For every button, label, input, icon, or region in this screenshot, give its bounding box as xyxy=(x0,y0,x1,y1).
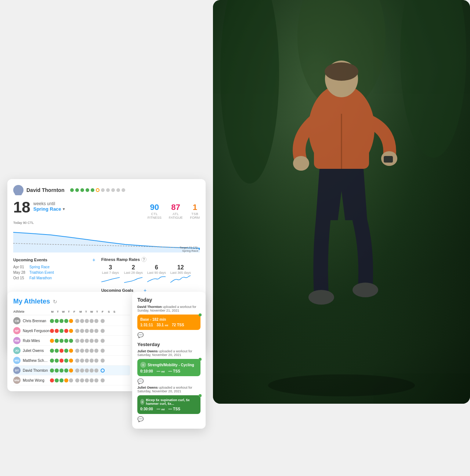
dot-w1-3 xyxy=(64,359,68,363)
dot-w2-3 xyxy=(90,359,94,363)
event-item-3: Oct 15 Fall Marathon xyxy=(13,276,95,280)
activity-card-1-wrapper: Base - 182 min 1:31:11 33.1 mi 72 TSS xyxy=(137,315,200,330)
svg-point-12 xyxy=(308,290,334,305)
week1-dots-6 xyxy=(50,378,73,382)
athlete-avatar-6: MW xyxy=(13,377,21,384)
target-label: Target 73 CTL Spring Race xyxy=(180,246,198,252)
dot-w2-1 xyxy=(80,368,84,373)
ctl-stat: 90 CTL FITNESS xyxy=(148,203,162,219)
atl-sublabel: FATIGUE xyxy=(169,216,183,219)
dot-w2-2 xyxy=(85,319,89,323)
weeks-until-label: weeks until xyxy=(33,201,65,206)
athlete-row[interactable]: MSMatthew Schwimmer xyxy=(13,356,130,366)
dot-w1-0 xyxy=(50,319,54,323)
dot-w1-4 xyxy=(69,339,73,343)
activity-1-distance: 33.1 mi xyxy=(156,323,168,327)
week1-dots-4 xyxy=(50,359,73,363)
dot-w2-4 xyxy=(94,359,98,363)
athletes-card-header: My Athletes ↻ xyxy=(13,298,130,305)
add-event-button[interactable]: + xyxy=(92,257,95,263)
new-indicator-2 xyxy=(199,358,202,361)
dot-w2-3 xyxy=(90,349,94,353)
athlete-avatar-5: DT xyxy=(13,367,21,374)
comment-icon-1[interactable]: 💬 xyxy=(137,332,200,338)
yesterday-section-title: Yesterday xyxy=(137,342,200,347)
dot-w2-2 xyxy=(85,378,89,382)
activity-card-3[interactable]: + Bicep 5x supination curl, 5x hammer cu… xyxy=(137,395,200,414)
comment-icon-2[interactable]: 💬 xyxy=(137,378,200,384)
dot-10 xyxy=(116,188,120,192)
highlight-dot-1 xyxy=(101,329,105,333)
dot-w2-4 xyxy=(94,349,98,353)
dot-w2-0 xyxy=(75,319,79,323)
dot-w2-0 xyxy=(75,359,79,363)
day-headers-group1: M T W T F xyxy=(50,310,77,313)
athlete-row[interactable]: RMRubi Miles xyxy=(13,336,130,346)
dot-w1-0 xyxy=(50,359,54,363)
activity-3-header: + Bicep 5x supination curl, 5x hammer cu… xyxy=(140,398,198,406)
week2-dots-4 xyxy=(75,359,98,363)
refresh-icon[interactable]: ↻ xyxy=(53,299,57,305)
highlight-dot-6 xyxy=(101,378,105,382)
dot-1 xyxy=(70,188,74,192)
ramp-90days: 6 Last 90 days xyxy=(147,264,166,285)
weeks-count: 18 xyxy=(13,200,30,215)
dropdown-arrow: ▾ xyxy=(63,207,65,211)
dot-w2-0 xyxy=(75,339,79,343)
day-t4: T xyxy=(95,310,100,313)
highlight-dot-0 xyxy=(101,319,105,323)
svg-point-16 xyxy=(15,192,22,195)
athlete-row[interactable]: MWMoshe Wong xyxy=(13,375,130,385)
activity-card-3-wrapper: + Bicep 5x supination curl, 5x hammer cu… xyxy=(137,395,200,414)
athlete-row[interactable]: CBChris Brennan xyxy=(13,316,130,326)
dot-w2-0 xyxy=(75,349,79,353)
dot-w1-4 xyxy=(69,319,73,323)
athlete-row[interactable]: DTDavid Thornton xyxy=(13,366,130,375)
dot-w1-2 xyxy=(59,319,64,323)
dot-w2-1 xyxy=(80,339,84,343)
dot-w2-4 xyxy=(94,378,98,382)
day-t3: T xyxy=(84,310,88,313)
dot-w1-1 xyxy=(55,359,59,363)
tsb-label: TSB xyxy=(190,212,200,216)
highlight-dot-5 xyxy=(101,368,105,373)
events-header: Upcoming Events + xyxy=(13,257,95,263)
athlete-avatar xyxy=(13,185,24,195)
ramp-chart-365 xyxy=(170,275,191,284)
athlete-name-3: Juliet Owens xyxy=(23,349,50,353)
athlete-name-2: Rubi Miles xyxy=(23,339,50,343)
dot-2 xyxy=(75,188,79,192)
svg-point-13 xyxy=(352,283,378,297)
ramp-7days: 3 Last 7 days xyxy=(101,264,120,285)
activity-card-1[interactable]: Base - 182 min 1:31:11 33.1 mi 72 TSS xyxy=(137,315,200,330)
ramp-365days: 12 Last 365 days xyxy=(170,264,191,285)
dot-6 xyxy=(96,188,100,192)
athlete-row[interactable]: JOJuliet Owens xyxy=(13,346,130,356)
day-t1: T xyxy=(55,310,60,313)
activity-card-2[interactable]: + Strength/Mobility - Cycling 0:10:00 — … xyxy=(137,359,200,376)
ramp-stats-row: 3 Last 7 days 2 Last 28 days xyxy=(101,264,200,285)
help-icon[interactable]: ? xyxy=(141,257,147,262)
day-m2: M xyxy=(78,310,83,313)
athlete-row[interactable]: NFNayeli Ferguson xyxy=(13,326,130,336)
week2-dots-5 xyxy=(75,368,98,373)
dot-w2-0 xyxy=(75,378,79,382)
dot-w1-4 xyxy=(69,349,73,353)
dot-w1-1 xyxy=(55,378,59,382)
dot-w2-4 xyxy=(94,368,98,373)
dot-w1-2 xyxy=(59,339,64,343)
svg-point-15 xyxy=(16,187,21,191)
activity-1-tss: 72 TSS xyxy=(172,323,184,327)
dot-w2-0 xyxy=(75,329,79,333)
activity-1-stats: 1:31:11 33.1 mi 72 TSS xyxy=(140,323,198,327)
event-link[interactable]: Spring Race ▾ xyxy=(33,206,65,212)
upload-text-1: David Thornton uploaded a workout for Su… xyxy=(137,305,200,312)
dot-w1-1 xyxy=(55,319,59,323)
highlight-dot-3 xyxy=(101,349,105,353)
dot-w1-2 xyxy=(59,329,64,333)
athlete-name-5: David Thornton xyxy=(23,368,50,373)
ramp-chart-90 xyxy=(147,275,166,284)
comment-icon-3[interactable]: 💬 xyxy=(137,416,200,422)
dot-w2-1 xyxy=(80,349,84,353)
atl-stat: 87 ATL FATIGUE xyxy=(169,203,183,219)
